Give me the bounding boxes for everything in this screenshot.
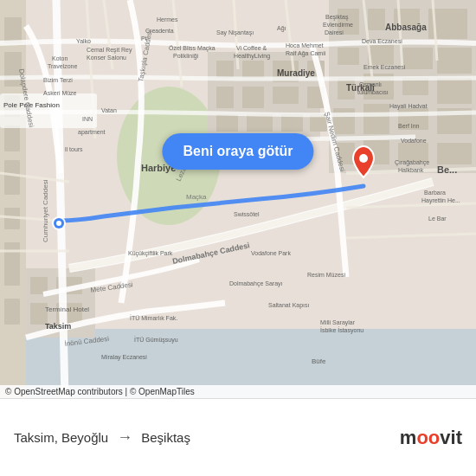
navigate-button[interactable]: Beni oraya götür xyxy=(162,133,313,170)
svg-text:Resim Müzesi: Resim Müzesi xyxy=(307,272,345,278)
svg-text:Hoca Mehmet: Hoca Mehmet xyxy=(286,42,324,48)
svg-text:Evlendirme: Evlendirme xyxy=(323,22,353,28)
svg-text:Dolmabahçe Sarayı: Dolmabahçe Sarayı xyxy=(229,280,283,287)
svg-text:Halkbank: Halkbank xyxy=(398,167,424,173)
svg-text:Emek Eczanesi: Emek Eczanesi xyxy=(363,64,406,70)
svg-text:İsbike İstasyonu: İsbike İstasyonu xyxy=(320,326,363,334)
svg-text:Özel Bliss Maçka: Özel Bliss Maçka xyxy=(169,45,215,52)
svg-rect-12 xyxy=(4,299,20,325)
svg-rect-11 xyxy=(4,242,20,286)
bottom-bar: Taksim, Beyoğlu → Beşiktaş moovit xyxy=(0,398,476,476)
svg-text:INN: INN xyxy=(82,116,93,122)
svg-text:Milli Saraylar: Milli Saraylar xyxy=(320,319,356,326)
route-info: Taksim, Beyoğlu → Beşiktaş xyxy=(14,428,400,447)
svg-text:Cumhuriyet Caddesi: Cumhuriyet Caddesi xyxy=(42,179,49,242)
svg-text:ll tours: ll tours xyxy=(65,146,83,152)
svg-rect-39 xyxy=(216,87,234,108)
svg-text:Barbara: Barbara xyxy=(424,190,446,196)
svg-rect-41 xyxy=(273,87,299,104)
svg-text:Vatan: Vatan xyxy=(101,107,117,113)
svg-text:Osmanlı: Osmanlı xyxy=(359,81,382,87)
svg-text:Cemal Reşit Rey: Cemal Reşit Rey xyxy=(87,47,132,54)
svg-text:HealthyLiving: HealthyLiving xyxy=(234,53,270,60)
svg-text:Yalko: Yalko xyxy=(76,38,91,44)
svg-text:Küçükçiftlik Park: Küçükçiftlik Park xyxy=(128,250,173,257)
svg-rect-36 xyxy=(242,61,264,78)
svg-point-126 xyxy=(56,221,61,226)
svg-text:Beşiktaş: Beşiktaş xyxy=(325,14,349,21)
svg-rect-43 xyxy=(216,114,238,132)
svg-text:İTÜ Mimarlık Fak.: İTÜ Mimarlık Fak. xyxy=(130,314,177,321)
svg-text:Swissôtel: Swissôtel xyxy=(234,211,260,217)
moovit-logo: moovit xyxy=(400,427,462,449)
moovit-logo-text: moovit xyxy=(400,427,462,449)
svg-rect-18 xyxy=(338,48,359,65)
svg-text:Bizim Terzi: Bizim Terzi xyxy=(43,77,73,83)
svg-text:Koton: Koton xyxy=(52,55,68,61)
svg-text:Hayrettin He...: Hayrettin He... xyxy=(421,197,460,204)
svg-text:Say Nişantaşı: Say Nişantaşı xyxy=(216,29,254,36)
destination-label: Beşiktaş xyxy=(141,430,190,445)
svg-text:Polikliniği: Polikliniği xyxy=(173,53,199,60)
svg-text:Maçka: Maçka xyxy=(186,193,207,201)
map-container: Pole Pole Fashion Harbiye Muradiye Türka… xyxy=(0,0,476,398)
svg-text:Taksim: Taksim xyxy=(45,322,71,331)
svg-rect-40 xyxy=(242,87,264,108)
svg-text:Saltanat Kapısı: Saltanat Kapısı xyxy=(268,302,310,309)
svg-rect-33 xyxy=(437,143,472,164)
svg-rect-9 xyxy=(4,160,20,195)
svg-text:Çırağabahçe: Çırağabahçe xyxy=(395,159,429,166)
svg-text:İTÜ Gümüşsuyu: İTÜ Gümüşsuyu xyxy=(134,336,178,344)
svg-text:Terminal Hotel: Terminal Hotel xyxy=(45,306,89,313)
svg-text:Ralf Ağa Camii: Ralf Ağa Camii xyxy=(286,50,326,57)
svg-text:tulumbacısı: tulumbacısı xyxy=(357,89,389,95)
svg-text:Le Bar: Le Bar xyxy=(428,215,447,222)
svg-rect-27 xyxy=(363,104,389,134)
svg-text:Konser Salonu: Konser Salonu xyxy=(87,55,126,61)
svg-text:Deva Eczanesi: Deva Eczanesi xyxy=(362,38,402,44)
route-arrow-icon: → xyxy=(117,428,132,447)
svg-text:apartment: apartment xyxy=(78,129,106,136)
svg-text:Büfe: Büfe xyxy=(312,357,326,365)
svg-rect-8 xyxy=(4,125,20,151)
svg-text:Vodafone: Vodafone xyxy=(401,138,427,144)
svg-rect-5 xyxy=(4,17,22,43)
svg-text:Vi Coffee &: Vi Coffee & xyxy=(236,45,267,51)
svg-text:Berf Inn: Berf Inn xyxy=(398,123,420,129)
svg-text:Muradiye: Muradiye xyxy=(277,68,315,78)
svg-text:Miralay Eczanesi: Miralay Eczanesi xyxy=(101,354,147,361)
svg-text:Creadenta: Creadenta xyxy=(145,28,174,34)
map-attribution: © OpenStreetMap contributors | © OpenMap… xyxy=(0,385,476,398)
svg-text:Travelzone: Travelzone xyxy=(48,63,77,69)
svg-point-127 xyxy=(359,154,368,163)
svg-text:Hayali Hadvat: Hayali Hadvat xyxy=(389,103,428,110)
svg-rect-21 xyxy=(437,48,472,74)
svg-text:Vodafone Park: Vodafone Park xyxy=(251,250,291,256)
svg-text:Hermes: Hermes xyxy=(157,16,178,23)
svg-rect-20 xyxy=(402,48,433,69)
origin-label: Taksim, Beyoğlu xyxy=(14,430,108,445)
svg-text:Be...: Be... xyxy=(437,164,457,175)
svg-rect-25 xyxy=(437,78,472,104)
svg-rect-15 xyxy=(368,9,385,30)
svg-rect-35 xyxy=(216,61,234,78)
svg-rect-55 xyxy=(0,93,97,128)
svg-rect-44 xyxy=(247,114,273,132)
svg-text:Pt: Pt xyxy=(141,35,147,42)
map-svg: Pole Pole Fashion Harbiye Muradiye Türka… xyxy=(0,0,476,398)
svg-text:Ağı: Ağı xyxy=(277,25,286,32)
svg-text:Dairesi: Dairesi xyxy=(325,29,344,35)
svg-text:Askeri Müze: Askeri Müze xyxy=(43,90,77,96)
svg-text:Abbasağa: Abbasağa xyxy=(385,23,427,32)
